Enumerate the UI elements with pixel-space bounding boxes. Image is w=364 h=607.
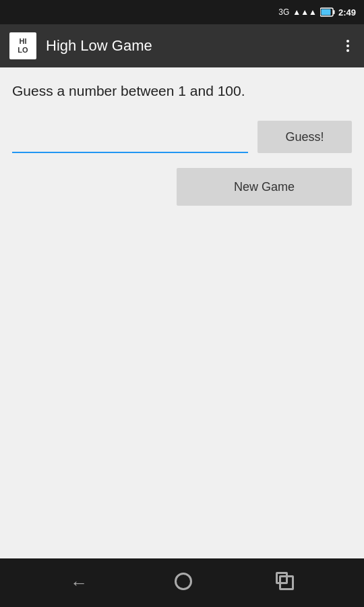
back-button[interactable]: ← (57, 567, 101, 599)
status-icons: 3G ▲▲▲ 2:49 (278, 7, 356, 18)
main-content: Guess a number between 1 and 100. Guess!… (0, 67, 364, 558)
nav-bar: ← (0, 558, 364, 607)
title-bar: HI LO High Low Game (0, 24, 364, 67)
svg-rect-2 (321, 9, 330, 16)
recents-button[interactable] (266, 570, 307, 596)
status-bar: 3G ▲▲▲ 2:49 (0, 0, 364, 24)
app-title: High Low Game (46, 37, 332, 55)
signal-bars-icon: ▲▲▲ (293, 7, 317, 17)
clock: 2:49 (338, 7, 356, 18)
overflow-menu-button[interactable] (341, 37, 355, 55)
network-label: 3G (278, 7, 289, 17)
number-input[interactable] (12, 123, 248, 153)
overflow-dot-2 (346, 45, 349, 47)
input-row: Guess! (12, 121, 352, 153)
app-logo: HI LO (9, 32, 36, 59)
svg-rect-1 (333, 10, 334, 14)
overflow-dot-3 (346, 49, 349, 52)
home-icon (175, 573, 192, 590)
battery-icon (320, 7, 335, 17)
instruction-text: Guess a number between 1 and 100. (12, 81, 352, 100)
home-button[interactable] (161, 567, 206, 598)
new-game-button[interactable]: New Game (177, 168, 352, 206)
new-game-row: New Game (12, 168, 352, 206)
guess-button[interactable]: Guess! (257, 121, 352, 153)
overflow-dot-1 (346, 40, 349, 42)
